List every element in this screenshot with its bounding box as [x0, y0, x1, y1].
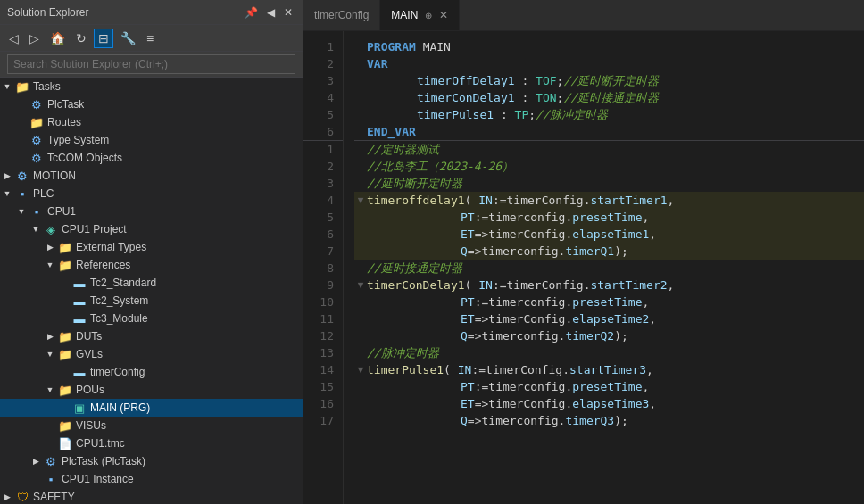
- tree-item-type-system[interactable]: ⚙Type System: [0, 131, 303, 149]
- expander-cpu1-instance[interactable]: [29, 472, 43, 486]
- search-input[interactable]: [7, 54, 295, 74]
- code-line: ET=>timerConfig.elapseTime2,: [354, 310, 864, 327]
- line-number: 5: [303, 209, 343, 226]
- tree-item-tc2-standard[interactable]: ▬Tc2_Standard: [0, 274, 303, 292]
- code-text: //定时器测试: [367, 141, 439, 158]
- code-text: //延时断开定时器: [367, 175, 462, 192]
- line-number: 8: [303, 260, 343, 277]
- tree-item-cpu1-project[interactable]: ▼◈CPU1 Project: [0, 220, 303, 238]
- settings-button[interactable]: 🔧: [117, 29, 139, 47]
- code-line: Q=>timerconfig.timerQ3);: [354, 412, 864, 429]
- tree-item-visus[interactable]: 📁VISUs: [0, 417, 303, 434]
- auto-hide-button[interactable]: ◀: [264, 5, 278, 20]
- code-text: timerConDelay1( IN:=timerConfig.startTim…: [367, 277, 674, 293]
- expander-type-system[interactable]: [14, 133, 29, 147]
- collapse-button[interactable]: ⊟: [94, 29, 113, 48]
- icon-pous: 📁: [57, 383, 73, 397]
- expander-plctask-instance[interactable]: ▶: [29, 454, 43, 468]
- code-text: Q=>timerconfig.timerQ3);: [367, 412, 628, 429]
- code-text: VAR: [367, 55, 387, 72]
- icon-tasks: 📁: [14, 79, 30, 94]
- tree-item-pous[interactable]: ▼📁POUs: [0, 381, 303, 399]
- code-content[interactable]: PROGRAM MAIN VAR timerOffDelay1 : TOF;//…: [344, 31, 864, 504]
- label-tc3-module: Tc3_Module: [90, 312, 148, 325]
- icon-cpu1-instance: ▪: [43, 472, 59, 486]
- expander-cpu1[interactable]: ▼: [14, 204, 29, 219]
- tab-bar: timerConfig MAIN ⊕ ✕: [303, 0, 864, 31]
- fold-button[interactable]: ▼: [354, 192, 367, 209]
- tree-item-cpu1-instance[interactable]: ▪CPU1 Instance: [0, 470, 303, 488]
- icon-gvls: 📁: [57, 347, 73, 361]
- code-line: ▼timerConDelay1( IN:=timerConfig.startTi…: [354, 277, 864, 293]
- expander-plctask[interactable]: [14, 97, 29, 112]
- tree-item-routes[interactable]: 📁Routes: [0, 113, 303, 131]
- tree-item-safety[interactable]: ▶🛡SAFETY: [0, 488, 303, 504]
- label-plctask: PlcTask: [47, 98, 84, 111]
- expander-cpu1-tmc[interactable]: [43, 436, 57, 450]
- forward-button[interactable]: ▷: [26, 29, 43, 47]
- expander-references[interactable]: ▼: [43, 258, 57, 272]
- tab-timerconfig[interactable]: timerConfig: [303, 0, 380, 30]
- tree-item-plc[interactable]: ▼▪PLC: [0, 185, 303, 202]
- line-number: 13: [303, 344, 343, 361]
- tree-item-cpu1-tmc[interactable]: 📄CPU1.tmc: [0, 434, 303, 452]
- tree-item-plctask-instance[interactable]: ▶⚙PlcTask (PlcTask): [0, 452, 303, 470]
- fold-button[interactable]: ▼: [354, 361, 367, 378]
- expander-external-types[interactable]: ▶: [43, 240, 57, 254]
- label-cpu1-instance: CPU1 Instance: [62, 473, 134, 485]
- line-number: 3: [303, 175, 343, 192]
- tree-item-references[interactable]: ▼📁References: [0, 256, 303, 274]
- tree-item-tasks[interactable]: ▼📁Tasks: [0, 78, 303, 95]
- tree-item-duts[interactable]: ▶📁DUTs: [0, 327, 303, 345]
- close-panel-button[interactable]: ✕: [281, 5, 295, 20]
- back-button[interactable]: ◁: [5, 29, 22, 47]
- tree-item-plctask[interactable]: ⚙PlcTask: [0, 95, 303, 113]
- tree-item-tc2-system[interactable]: ▬Tc2_System: [0, 292, 303, 310]
- expander-tc3-module[interactable]: [57, 311, 71, 326]
- new-solution-button[interactable]: ≡: [143, 29, 157, 47]
- code-text: //脉冲定时器: [367, 344, 439, 361]
- expander-cpu1-project[interactable]: ▼: [29, 222, 43, 236]
- code-line: ▼timeroffdelay1( IN:=timerConfig.startTi…: [354, 192, 864, 209]
- label-safety: SAFETY: [33, 491, 75, 503]
- code-line: ▼timerPulse1( IN:=timerConfig.startTimer…: [354, 361, 864, 378]
- line-number: 9: [303, 277, 343, 293]
- code-text: PT:=timerconfig.presetTime,: [367, 209, 649, 226]
- code-line: ET=>timerConfig.elapseTime1,: [354, 226, 864, 243]
- tree-item-gvls[interactable]: ▼📁GVLs: [0, 345, 303, 363]
- expander-plc[interactable]: ▼: [0, 186, 14, 201]
- expander-gvls[interactable]: ▼: [43, 347, 57, 361]
- refresh-button[interactable]: ↻: [72, 29, 90, 47]
- expander-duts[interactable]: ▶: [43, 329, 57, 343]
- tree-item-motion[interactable]: ▶⚙MOTION: [0, 167, 303, 185]
- tree-item-external-types[interactable]: ▶📁External Types: [0, 238, 303, 256]
- expander-tasks[interactable]: ▼: [0, 79, 14, 94]
- icon-motion: ⚙: [14, 169, 30, 183]
- code-text: END_VAR: [367, 123, 416, 140]
- tree-item-tccom-objects[interactable]: ⚙TcCOM Objects: [0, 149, 303, 167]
- expander-main-prg[interactable]: [57, 401, 71, 415]
- tree-container[interactable]: ▼📁Tasks ⚙PlcTask 📁Routes ⚙Type System ⚙T…: [0, 78, 303, 504]
- tab-main-pin-icon[interactable]: ⊕: [425, 11, 432, 21]
- expander-timerconfig[interactable]: [57, 365, 71, 379]
- tab-main-close-icon[interactable]: ✕: [439, 9, 448, 21]
- code-text: PT:=timerconfig.presetTime,: [367, 378, 649, 395]
- fold-button[interactable]: ▼: [354, 277, 367, 293]
- pin-button[interactable]: 📌: [242, 5, 261, 20]
- home-button[interactable]: 🏠: [46, 29, 69, 47]
- tree-item-timerconfig[interactable]: ▬timerConfig: [0, 363, 303, 381]
- tree-item-tc3-module[interactable]: ▬Tc3_Module: [0, 310, 303, 327]
- expander-safety[interactable]: ▶: [0, 490, 14, 504]
- expander-tccom-objects[interactable]: [14, 151, 29, 165]
- expander-pous[interactable]: ▼: [43, 383, 57, 397]
- tab-main[interactable]: MAIN ⊕ ✕: [380, 0, 460, 30]
- expander-tc2-standard[interactable]: [57, 276, 71, 290]
- editor-content: 1234561234567891011121314151617 PROGRAM …: [303, 31, 864, 504]
- label-main-prg: MAIN (PRG): [90, 401, 150, 414]
- expander-motion[interactable]: ▶: [0, 169, 14, 183]
- tree-item-main-prg[interactable]: ▣MAIN (PRG): [0, 399, 303, 417]
- expander-routes[interactable]: [14, 115, 29, 129]
- tree-item-cpu1[interactable]: ▼▪CPU1: [0, 202, 303, 220]
- expander-visus[interactable]: [43, 418, 57, 433]
- expander-tc2-system[interactable]: [57, 293, 71, 308]
